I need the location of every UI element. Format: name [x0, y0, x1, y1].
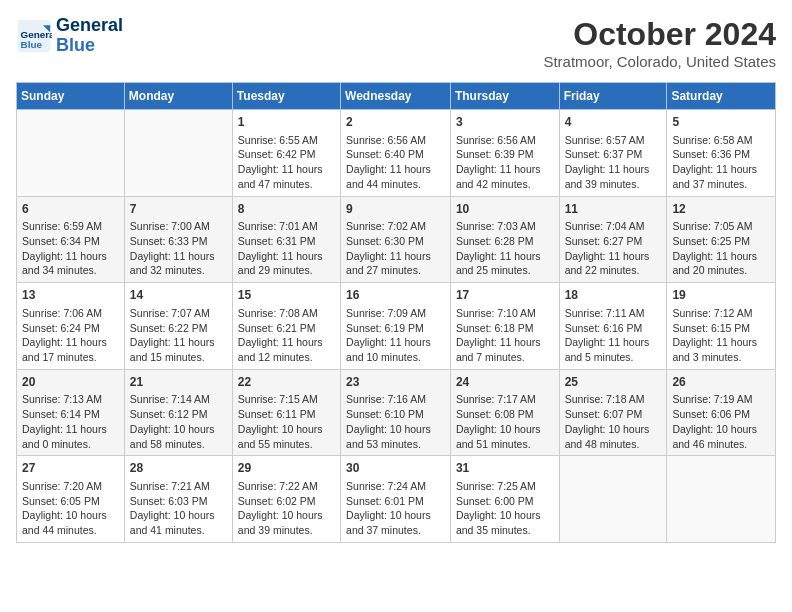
calendar-cell	[124, 110, 232, 197]
calendar-week-row: 20Sunrise: 7:13 AMSunset: 6:14 PMDayligh…	[17, 369, 776, 456]
day-content-line: Sunset: 6:14 PM	[22, 407, 119, 422]
calendar-body: 1Sunrise: 6:55 AMSunset: 6:42 PMDaylight…	[17, 110, 776, 543]
calendar-cell: 16Sunrise: 7:09 AMSunset: 6:19 PMDayligh…	[341, 283, 451, 370]
day-content-line: Sunrise: 7:00 AM	[130, 219, 227, 234]
day-content-line: Sunset: 6:24 PM	[22, 321, 119, 336]
day-content-line: Sunrise: 7:16 AM	[346, 392, 445, 407]
calendar-cell	[667, 456, 776, 543]
calendar-cell: 20Sunrise: 7:13 AMSunset: 6:14 PMDayligh…	[17, 369, 125, 456]
day-content-line: Sunrise: 7:17 AM	[456, 392, 554, 407]
calendar-cell: 28Sunrise: 7:21 AMSunset: 6:03 PMDayligh…	[124, 456, 232, 543]
day-number: 20	[22, 374, 119, 391]
calendar-cell: 14Sunrise: 7:07 AMSunset: 6:22 PMDayligh…	[124, 283, 232, 370]
day-content-line: Sunrise: 7:24 AM	[346, 479, 445, 494]
day-content-line: Daylight: 11 hours and 3 minutes.	[672, 335, 770, 364]
day-content-line: Sunrise: 7:03 AM	[456, 219, 554, 234]
day-number: 11	[565, 201, 662, 218]
day-content-line: Sunset: 6:36 PM	[672, 147, 770, 162]
calendar-cell: 5Sunrise: 6:58 AMSunset: 6:36 PMDaylight…	[667, 110, 776, 197]
logo-icon: General Blue	[16, 18, 52, 54]
day-number: 14	[130, 287, 227, 304]
day-content-line: Sunset: 6:10 PM	[346, 407, 445, 422]
calendar-cell	[17, 110, 125, 197]
day-content-line: Sunrise: 7:22 AM	[238, 479, 335, 494]
calendar-cell: 4Sunrise: 6:57 AMSunset: 6:37 PMDaylight…	[559, 110, 667, 197]
page-header: General Blue General Blue October 2024 S…	[16, 16, 776, 70]
day-content-line: Sunrise: 7:05 AM	[672, 219, 770, 234]
calendar-table: SundayMondayTuesdayWednesdayThursdayFrid…	[16, 82, 776, 543]
day-content-line: Sunrise: 7:11 AM	[565, 306, 662, 321]
day-content-line: Sunrise: 7:10 AM	[456, 306, 554, 321]
day-number: 16	[346, 287, 445, 304]
calendar-cell: 3Sunrise: 6:56 AMSunset: 6:39 PMDaylight…	[450, 110, 559, 197]
day-content-line: Sunrise: 7:02 AM	[346, 219, 445, 234]
day-content-line: Sunrise: 6:55 AM	[238, 133, 335, 148]
weekday-header: Monday	[124, 83, 232, 110]
day-content-line: Sunrise: 7:14 AM	[130, 392, 227, 407]
day-number: 6	[22, 201, 119, 218]
day-number: 30	[346, 460, 445, 477]
day-content-line: Sunrise: 6:56 AM	[346, 133, 445, 148]
weekday-header: Thursday	[450, 83, 559, 110]
day-number: 17	[456, 287, 554, 304]
calendar-cell: 1Sunrise: 6:55 AMSunset: 6:42 PMDaylight…	[232, 110, 340, 197]
day-content-line: Sunset: 6:30 PM	[346, 234, 445, 249]
day-content-line: Daylight: 11 hours and 42 minutes.	[456, 162, 554, 191]
calendar-cell: 7Sunrise: 7:00 AMSunset: 6:33 PMDaylight…	[124, 196, 232, 283]
day-number: 15	[238, 287, 335, 304]
calendar-cell: 10Sunrise: 7:03 AMSunset: 6:28 PMDayligh…	[450, 196, 559, 283]
calendar-week-row: 1Sunrise: 6:55 AMSunset: 6:42 PMDaylight…	[17, 110, 776, 197]
day-number: 29	[238, 460, 335, 477]
day-content-line: Sunset: 6:03 PM	[130, 494, 227, 509]
day-content-line: Daylight: 11 hours and 22 minutes.	[565, 249, 662, 278]
day-content-line: Sunrise: 7:07 AM	[130, 306, 227, 321]
calendar-cell: 9Sunrise: 7:02 AMSunset: 6:30 PMDaylight…	[341, 196, 451, 283]
day-content-line: Sunrise: 7:12 AM	[672, 306, 770, 321]
page-subtitle: Stratmoor, Colorado, United States	[543, 53, 776, 70]
calendar-cell: 24Sunrise: 7:17 AMSunset: 6:08 PMDayligh…	[450, 369, 559, 456]
day-number: 31	[456, 460, 554, 477]
calendar-cell: 25Sunrise: 7:18 AMSunset: 6:07 PMDayligh…	[559, 369, 667, 456]
day-content-line: Daylight: 11 hours and 27 minutes.	[346, 249, 445, 278]
calendar-cell: 23Sunrise: 7:16 AMSunset: 6:10 PMDayligh…	[341, 369, 451, 456]
svg-text:Blue: Blue	[21, 38, 43, 49]
calendar-header-row: SundayMondayTuesdayWednesdayThursdayFrid…	[17, 83, 776, 110]
day-content-line: Sunset: 6:15 PM	[672, 321, 770, 336]
day-content-line: Daylight: 11 hours and 0 minutes.	[22, 422, 119, 451]
day-number: 18	[565, 287, 662, 304]
page-title: October 2024	[543, 16, 776, 53]
day-number: 2	[346, 114, 445, 131]
calendar-week-row: 27Sunrise: 7:20 AMSunset: 6:05 PMDayligh…	[17, 456, 776, 543]
day-content-line: Sunset: 6:12 PM	[130, 407, 227, 422]
day-content-line: Sunrise: 6:58 AM	[672, 133, 770, 148]
day-content-line: Daylight: 11 hours and 25 minutes.	[456, 249, 554, 278]
day-content-line: Daylight: 11 hours and 15 minutes.	[130, 335, 227, 364]
day-content-line: Daylight: 11 hours and 12 minutes.	[238, 335, 335, 364]
day-number: 3	[456, 114, 554, 131]
logo: General Blue General Blue	[16, 16, 123, 56]
day-content-line: Daylight: 10 hours and 46 minutes.	[672, 422, 770, 451]
day-content-line: Daylight: 10 hours and 58 minutes.	[130, 422, 227, 451]
day-content-line: Sunset: 6:39 PM	[456, 147, 554, 162]
calendar-week-row: 13Sunrise: 7:06 AMSunset: 6:24 PMDayligh…	[17, 283, 776, 370]
day-number: 26	[672, 374, 770, 391]
day-content-line: Sunset: 6:06 PM	[672, 407, 770, 422]
calendar-cell: 19Sunrise: 7:12 AMSunset: 6:15 PMDayligh…	[667, 283, 776, 370]
day-content-line: Sunset: 6:08 PM	[456, 407, 554, 422]
day-content-line: Daylight: 11 hours and 34 minutes.	[22, 249, 119, 278]
calendar-week-row: 6Sunrise: 6:59 AMSunset: 6:34 PMDaylight…	[17, 196, 776, 283]
day-content-line: Sunrise: 7:13 AM	[22, 392, 119, 407]
day-content-line: Sunrise: 7:04 AM	[565, 219, 662, 234]
day-content-line: Sunrise: 7:21 AM	[130, 479, 227, 494]
day-content-line: Sunset: 6:27 PM	[565, 234, 662, 249]
calendar-cell: 26Sunrise: 7:19 AMSunset: 6:06 PMDayligh…	[667, 369, 776, 456]
calendar-cell: 18Sunrise: 7:11 AMSunset: 6:16 PMDayligh…	[559, 283, 667, 370]
day-content-line: Sunset: 6:01 PM	[346, 494, 445, 509]
day-number: 25	[565, 374, 662, 391]
day-content-line: Daylight: 11 hours and 39 minutes.	[565, 162, 662, 191]
day-content-line: Daylight: 11 hours and 37 minutes.	[672, 162, 770, 191]
day-number: 27	[22, 460, 119, 477]
calendar-cell: 12Sunrise: 7:05 AMSunset: 6:25 PMDayligh…	[667, 196, 776, 283]
day-content-line: Daylight: 10 hours and 51 minutes.	[456, 422, 554, 451]
day-content-line: Daylight: 10 hours and 35 minutes.	[456, 508, 554, 537]
